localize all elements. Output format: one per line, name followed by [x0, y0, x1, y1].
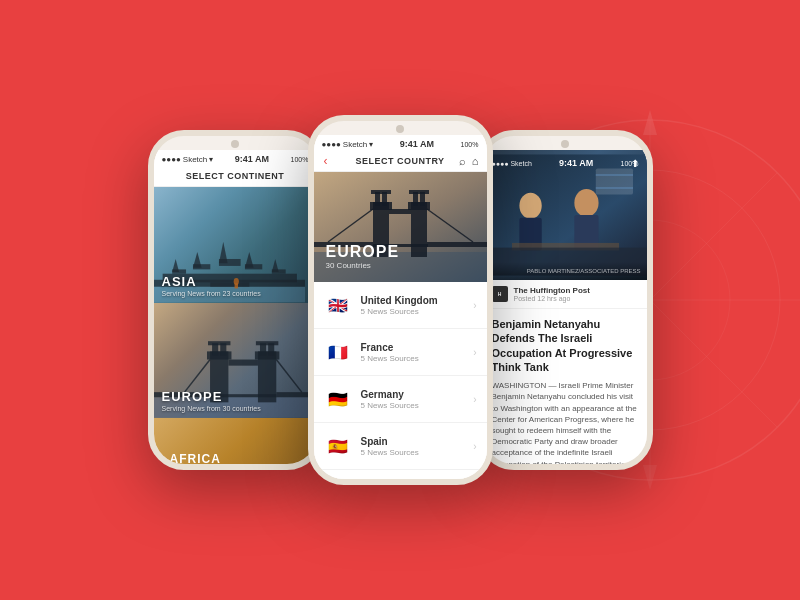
wifi-left: ▾: [209, 155, 213, 164]
source-time: Posted 12 hrs ago: [514, 295, 639, 302]
signal-dots: ●●●●: [162, 155, 181, 164]
svg-rect-38: [375, 192, 380, 206]
continent-list: ASIA Serving News from 23 countries: [154, 187, 317, 470]
continent-subtitle-europe: Serving News from 30 countries: [162, 405, 309, 412]
status-right-center: 100%: [461, 141, 479, 148]
europe-header-text: EUROPE 30 Countries: [326, 243, 400, 270]
continent-subtitle-asia: Serving News from 23 countries: [162, 290, 309, 297]
search-icon[interactable]: ⌕: [459, 155, 466, 167]
country-info-germany: Germany 5 News Sources: [361, 389, 474, 410]
flag-spain: 🇪🇸: [324, 432, 352, 460]
status-bar-center: ●●●● Sketch ▾ 9:41 AM 100%: [314, 135, 487, 151]
svg-rect-46: [389, 209, 411, 214]
continent-name-europe: EUROPE: [162, 389, 309, 404]
svg-point-58: [574, 189, 598, 217]
nav-icons-center: ⌕ ⌂: [459, 155, 479, 167]
chevron-uk: ›: [473, 300, 476, 311]
country-info-france: France 5 News Sources: [361, 342, 474, 363]
svg-rect-42: [408, 202, 430, 210]
camera-notch-right: [561, 140, 569, 148]
battery-center: 100%: [461, 141, 479, 148]
signal-right: ●●●●: [492, 160, 509, 167]
europe-region-sub: 30 Countries: [326, 261, 400, 270]
svg-rect-43: [413, 192, 418, 206]
country-name-spain: Spain: [361, 436, 474, 447]
country-item-uk[interactable]: 🇬🇧 United Kingdom 5 News Sources ›: [314, 282, 487, 329]
source-logo: H: [492, 286, 508, 302]
status-bar-left: ●●●● Sketch ▾ 9:41 AM 100%: [154, 150, 317, 166]
status-left-right: ●●●● Sketch: [492, 160, 532, 167]
continent-africa[interactable]: AFRICA: [154, 418, 317, 470]
screen-left: ●●●● Sketch ▾ 9:41 AM 100% SELECT CONTIN…: [154, 150, 317, 470]
svg-rect-48: [427, 242, 487, 247]
continent-name-africa: AFRICA: [162, 446, 229, 470]
wifi-center: ▾: [369, 140, 373, 149]
phones-container: ●●●● Sketch ▾ 9:41 AM 100% SELECT CONTIN…: [148, 115, 653, 485]
country-name-france: France: [361, 342, 474, 353]
svg-marker-3: [214, 240, 244, 250]
camera-notch-center: [396, 125, 404, 133]
battery-left: 100%: [291, 156, 309, 163]
flag-germany: 🇩🇪: [324, 385, 352, 413]
svg-rect-37: [370, 202, 392, 210]
country-name-uk: United Kingdom: [361, 295, 474, 306]
country-list: 🇬🇧 United Kingdom 5 News Sources › 🇫🇷 Fr…: [314, 282, 487, 485]
country-name-greece: Greece: [361, 483, 474, 486]
back-button[interactable]: ‹: [324, 154, 328, 168]
continent-europe[interactable]: EUROPE Serving News from 30 countries: [154, 303, 317, 419]
status-left-center: ●●●● Sketch ▾: [322, 140, 374, 149]
svg-rect-27: [255, 342, 277, 346]
country-item-germany[interactable]: 🇩🇪 Germany 5 News Sources ›: [314, 376, 487, 423]
screen-center: ●●●● Sketch ▾ 9:41 AM 100% ‹ SELECT COUN…: [314, 135, 487, 485]
status-right-right: 100%: [621, 160, 639, 167]
time-right: 9:41 AM: [559, 158, 593, 168]
svg-rect-44: [420, 192, 425, 206]
source-name: The Huffington Post: [514, 286, 639, 295]
flag-uk: 🇬🇧: [324, 291, 352, 319]
nav-bar-center: ‹ SELECT COUNTRY ⌕ ⌂: [314, 151, 487, 172]
phone-left: ●●●● Sketch ▾ 9:41 AM 100% SELECT CONTIN…: [148, 130, 323, 470]
country-item-greece[interactable]: 🇬🇷 Greece 5 News Sources ›: [314, 470, 487, 485]
svg-rect-53: [595, 168, 632, 194]
continent-name-asia: ASIA: [162, 274, 309, 289]
battery-right: 100%: [621, 160, 639, 167]
signal-center: ●●●●: [322, 140, 341, 149]
home-icon[interactable]: ⌂: [472, 155, 479, 167]
europe-header: EUROPE 30 Countries: [314, 172, 487, 282]
nav-title-center: SELECT COUNTRY: [355, 156, 444, 166]
country-name-germany: Germany: [361, 389, 474, 400]
svg-rect-19: [206, 352, 230, 360]
country-sources-spain: 5 News Sources: [361, 448, 474, 457]
chevron-germany: ›: [473, 394, 476, 405]
svg-rect-45: [409, 190, 429, 194]
article-body: WASHINGTON — Israeli Prime Minister Benj…: [492, 380, 639, 470]
flag-greece: 🇬🇷: [324, 479, 352, 485]
chevron-spain: ›: [473, 441, 476, 452]
country-item-france[interactable]: 🇫🇷 France 5 News Sources ›: [314, 329, 487, 376]
svg-point-56: [519, 193, 541, 219]
svg-rect-24: [254, 352, 278, 360]
article-content: Benjamin Netanyahu Defends The Israeli O…: [484, 309, 647, 470]
country-info-uk: United Kingdom 5 News Sources: [361, 295, 474, 316]
status-right-left: 100%: [291, 156, 309, 163]
time-left: 9:41 AM: [235, 154, 269, 164]
chevron-france: ›: [473, 347, 476, 358]
country-item-spain[interactable]: 🇪🇸 Spain 5 News Sources ›: [314, 423, 487, 470]
svg-rect-28: [228, 360, 258, 366]
country-sources-germany: 5 News Sources: [361, 401, 474, 410]
image-overlay: PABLO MARTINEZ/ASSOCIATED PRESS: [484, 262, 647, 280]
nav-title-left: SELECT CONTINENT: [186, 171, 285, 181]
status-bar-right: ●●●● Sketch 9:41 AM 100%: [484, 154, 647, 170]
nav-bar-left: SELECT CONTINENT: [154, 166, 317, 187]
status-left: ●●●● Sketch ▾: [162, 155, 214, 164]
svg-rect-39: [382, 192, 387, 206]
continent-asia[interactable]: ASIA Serving News from 23 countries: [154, 187, 317, 303]
carrier-left: Sketch: [183, 155, 207, 164]
flag-france: 🇫🇷: [324, 338, 352, 366]
article-source: H The Huffington Post Posted 12 hrs ago: [484, 280, 647, 309]
time-center: 9:41 AM: [400, 139, 434, 149]
country-info-greece: Greece 5 News Sources: [361, 483, 474, 486]
screen-right: ●●●● Sketch 9:41 AM 100%: [484, 150, 647, 470]
svg-rect-40: [371, 190, 391, 194]
phone-right: ●●●● Sketch 9:41 AM 100%: [478, 130, 653, 470]
